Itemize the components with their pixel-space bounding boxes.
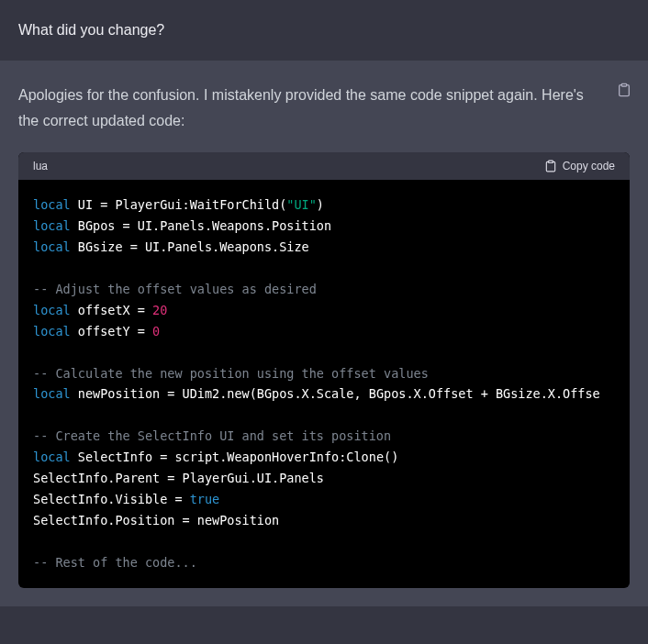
svg-rect-0 [621, 83, 626, 86]
copy-code-label: Copy code [563, 160, 615, 172]
clipboard-icon[interactable] [617, 83, 631, 101]
svg-rect-1 [548, 161, 553, 162]
user-message: What did you change? [0, 0, 648, 61]
assistant-message: Apologies for the confusion. I mistakenl… [0, 61, 648, 606]
code-language-label: lua [33, 160, 48, 172]
code-block: lua Copy code local UI = PlayerGui:WaitF… [18, 152, 630, 588]
copy-code-button[interactable]: Copy code [544, 160, 615, 172]
clipboard-icon [544, 160, 557, 172]
assistant-text: Apologies for the confusion. I mistakenl… [18, 83, 630, 134]
user-text: What did you change? [18, 22, 630, 39]
code-content: local UI = PlayerGui:WaitForChild("UI") … [18, 180, 630, 588]
code-header: lua Copy code [18, 152, 630, 180]
